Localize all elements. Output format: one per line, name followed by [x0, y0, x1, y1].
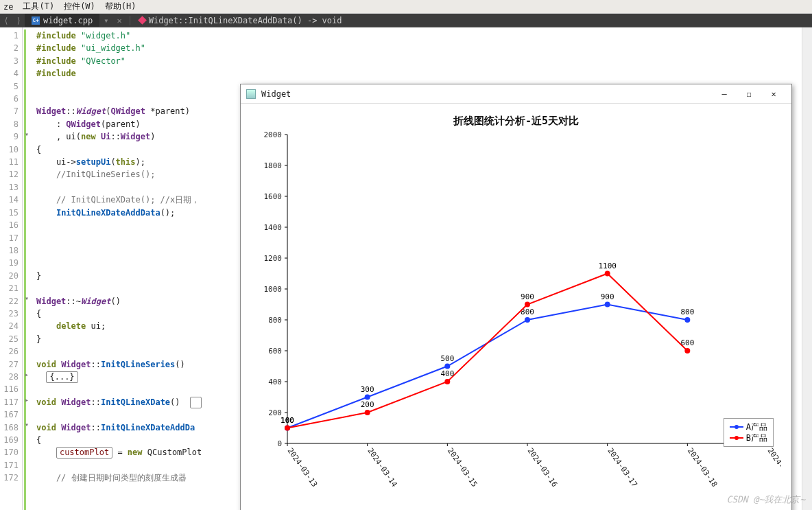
svg-point-58	[605, 271, 610, 277]
legend-item: A产品	[730, 421, 767, 432]
svg-point-50	[285, 426, 290, 431]
menu-item[interactable]: 工具(T)	[23, 1, 54, 12]
svg-point-54	[444, 379, 450, 384]
window-icon	[246, 89, 256, 99]
svg-text:200: 200	[268, 408, 282, 417]
svg-text:1800: 1800	[264, 161, 283, 170]
svg-text:200: 200	[361, 400, 374, 409]
method-icon	[138, 16, 147, 25]
svg-text:100: 100	[280, 416, 294, 425]
svg-text:900: 900	[601, 292, 614, 301]
breadcrumb[interactable]: Widget::InitQLineXDateAddData() -> void	[134, 16, 342, 25]
breadcrumb-text: Widget::InitQLineXDateAddData() -> void	[149, 16, 342, 25]
svg-text:2024-03-13: 2024-03-13	[286, 446, 320, 489]
svg-point-56	[525, 302, 530, 308]
svg-text:400: 400	[268, 378, 282, 386]
nav-fwd-icon[interactable]: ⟩	[12, 16, 25, 25]
legend-item: B产品	[730, 432, 767, 443]
svg-text:300: 300	[361, 385, 374, 394]
svg-text:1200: 1200	[264, 254, 283, 263]
svg-text:1100: 1100	[598, 262, 617, 270]
svg-point-42	[444, 364, 450, 369]
tab-filename: widget.cpp	[43, 16, 93, 25]
file-tab[interactable]: c+ widget.cpp	[25, 14, 99, 27]
chart-legend: A产品 B产品	[724, 418, 774, 447]
watermark: CSDN @~我在北京~	[726, 494, 805, 506]
minimize-button[interactable]: —	[712, 84, 737, 103]
menu-item[interactable]: ze	[3, 2, 13, 12]
svg-point-44	[525, 317, 530, 323]
svg-text:2024-03-16: 2024-03-16	[526, 446, 560, 489]
svg-text:2024-03-18: 2024-03-18	[686, 446, 719, 489]
vertical-scrollbar[interactable]	[802, 27, 812, 510]
svg-text:2024-03-17: 2024-03-17	[606, 446, 639, 489]
svg-text:2024-03-14: 2024-03-14	[366, 446, 399, 489]
chart-area: 折线图统计分析-近5天对比 02004006008001000120014001…	[253, 111, 779, 509]
window-title: Widget	[261, 89, 291, 99]
widget-window: Widget — ☐ ✕ 折线图统计分析-近5天对比 0200400600800…	[240, 84, 792, 510]
svg-text:1600: 1600	[264, 192, 283, 201]
chart-title: 折线图统计分析-近5天对比	[253, 111, 779, 128]
svg-text:0: 0	[277, 439, 282, 448]
dropdown-arrow-icon[interactable]: ▾	[99, 16, 112, 25]
svg-text:500: 500	[440, 354, 454, 363]
close-tab-icon[interactable]: ✕	[112, 16, 126, 25]
svg-text:1400: 1400	[264, 223, 283, 232]
nav-back-icon[interactable]: ⟨	[0, 16, 12, 25]
svg-text:400: 400	[440, 369, 454, 378]
separator	[130, 16, 130, 25]
menu-item[interactable]: 控件(W)	[64, 1, 95, 12]
svg-text:800: 800	[268, 316, 282, 325]
editor-toolbar: ⟨ ⟩ c+ widget.cpp ▾ ✕ Widget::InitQLineX…	[0, 14, 812, 27]
code-editor[interactable]: 1234567891011121314151617181920212223242…	[0, 27, 812, 510]
svg-point-40	[365, 395, 370, 400]
version-control-bar	[24, 30, 26, 510]
svg-text:2024-03-19: 2024-03-19	[766, 446, 781, 489]
svg-point-52	[365, 410, 370, 415]
window-titlebar[interactable]: Widget — ☐ ✕	[241, 84, 791, 104]
svg-text:600: 600	[680, 338, 694, 347]
svg-point-60	[684, 348, 690, 353]
svg-point-48	[684, 317, 690, 323]
svg-text:2024-03-15: 2024-03-15	[446, 446, 479, 489]
svg-point-46	[605, 302, 610, 308]
line-chart: 0200400600800100012001400160018002000202…	[253, 128, 781, 498]
svg-text:1000: 1000	[264, 285, 283, 294]
line-number-gutter: 1234567891011121314151617181920212223242…	[0, 27, 23, 510]
close-button[interactable]: ✕	[761, 84, 786, 103]
svg-text:900: 900	[521, 292, 534, 301]
menu-bar: ze 工具(T) 控件(W) 帮助(H)	[0, 0, 812, 14]
svg-text:600: 600	[268, 347, 282, 356]
menu-item[interactable]: 帮助(H)	[105, 1, 136, 12]
fold-column[interactable]: ▾▾▸▸▾	[23, 27, 31, 510]
cpp-file-icon: c+	[32, 16, 40, 25]
maximize-button[interactable]: ☐	[737, 84, 761, 103]
svg-text:800: 800	[680, 308, 694, 316]
svg-text:2000: 2000	[264, 130, 283, 139]
